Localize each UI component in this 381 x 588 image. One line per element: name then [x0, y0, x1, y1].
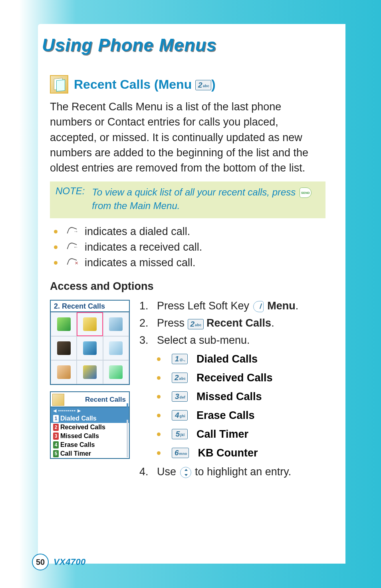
key-sub: abc [179, 374, 186, 383]
submenu-item: 4ghi Erase Calls [157, 409, 333, 422]
note-text: To view a quick list of all your recent … [92, 185, 320, 213]
key-digit: 1 [175, 354, 179, 364]
list-row-label: Erase Calls [60, 441, 95, 448]
menu-item-icon [83, 317, 97, 331]
list-row: 3Missed Calls [51, 432, 129, 441]
step-text: Select a sub-menu. [157, 334, 250, 347]
step-before: Use [157, 466, 179, 478]
submenu-label: Missed Calls [196, 391, 262, 403]
section-title-prefix: Recent Calls (Menu [74, 77, 195, 92]
bullet-icon [157, 451, 161, 455]
section-header: Recent Calls (Menu 2abc) [50, 75, 333, 94]
access-heading: Access and Options [50, 280, 333, 293]
key-6-icon: 6mno [172, 448, 189, 458]
content: Recent Calls (Menu 2abc) The Recent Call… [50, 75, 333, 483]
step-after: . [271, 317, 274, 329]
submenu-item: 5jkl Call Timer [157, 428, 333, 441]
step-1: 1. Press Left Soft Key Menu. [139, 300, 333, 312]
list-row-label: Dialed Calls [60, 415, 97, 422]
list-row-label: Missed Calls [60, 433, 99, 440]
note-label: NOTE: [56, 185, 85, 213]
indicator-list: indicates a dialed call. indicates a rec… [50, 225, 333, 269]
grid-cell [103, 312, 129, 336]
list-num-icon: 4 [53, 441, 59, 448]
submenu-list: 1@., Dialed Calls 2abc Received Calls 3d… [157, 353, 333, 459]
nav-dots-icon [53, 408, 81, 413]
key-5-icon: 5jkl [172, 429, 188, 439]
key-sub: jkl [180, 430, 185, 440]
indicator-text: indicates a received call. [85, 241, 202, 253]
key-2-icon: 2abc [172, 373, 188, 383]
key-sub: mno [179, 449, 187, 458]
grid-cell [51, 336, 77, 360]
list-row: 2Received Calls [51, 423, 129, 432]
key-sub: abc [203, 81, 209, 91]
grid-cells [51, 312, 129, 384]
step-text: Press 2abc Recent Calls. [157, 317, 274, 329]
screenshots-column: 2. Recent Calls Recent Calls [50, 300, 130, 459]
send-key-icon [300, 187, 312, 198]
key-1-icon: 1@., [172, 354, 188, 364]
bullet-icon [157, 414, 161, 417]
key-digit: 2 [198, 80, 202, 90]
key-4-icon: 4ghi [172, 410, 188, 421]
key-2abc-icon: 2abc [188, 319, 204, 329]
bullet-icon [157, 357, 161, 361]
indicator-text: indicates a missed call. [85, 257, 196, 269]
left-soft-key-icon [253, 301, 264, 312]
page-title: Using Phone Menus [42, 35, 216, 55]
key-digit: 2 [175, 373, 179, 383]
key-2abc-icon: 2abc [195, 80, 211, 90]
recent-calls-section-icon [50, 75, 68, 94]
key-digit: 3 [175, 392, 179, 401]
grid-cell [103, 360, 129, 384]
step-after: to highlight an entry. [192, 466, 292, 478]
grid-cell [77, 336, 103, 360]
key-digit: 5 [176, 429, 180, 439]
list-row-label: Call Timer [60, 450, 91, 457]
indicator-text: indicates a dialed call. [85, 225, 190, 238]
note-before: To view a quick list of all your recent … [92, 187, 298, 197]
missed-call-icon [67, 257, 77, 268]
dialed-call-icon [67, 226, 77, 237]
step-before: Press [157, 317, 188, 329]
list-row-label: Received Calls [60, 424, 105, 431]
list-num-icon: 1 [53, 415, 59, 422]
submenu-item: 6mno KB Counter [157, 447, 333, 459]
key-sub: def [180, 393, 185, 402]
model-label: VX4700 [54, 557, 86, 567]
grid-thumb-title: 2. Recent Calls [51, 301, 129, 312]
list-thumb-nav [51, 407, 129, 414]
note-after: from the Main Menu. [92, 200, 180, 211]
indicator-dialed: indicates a dialed call. [50, 225, 333, 238]
bullet-icon [54, 230, 58, 233]
grid-cell-highlighted [77, 312, 103, 336]
step-number: 2. [139, 317, 147, 329]
key-digit: 6 [175, 448, 179, 458]
step-bold: Recent Calls [206, 317, 271, 329]
list-row: 4Erase Calls [51, 441, 129, 449]
list-num-icon: 2 [53, 424, 59, 431]
submenu-label: Received Calls [196, 372, 273, 384]
menu-item-icon [109, 341, 123, 355]
key-3-icon: 3def [172, 391, 188, 402]
section-title-suffix: ) [211, 77, 216, 92]
list-row-selected: 1Dialed Calls [51, 414, 129, 423]
page-number: 50 [32, 554, 49, 570]
step-number: 4. [139, 466, 147, 478]
step-number: 1. [139, 300, 147, 312]
received-call-icon [67, 242, 77, 252]
bullet-icon [54, 261, 58, 265]
submenu-item: 3def Missed Calls [157, 391, 333, 403]
bullet-icon [157, 376, 161, 380]
bullet-icon [54, 245, 58, 249]
list-thumb-header: Recent Calls [51, 392, 129, 407]
menu-item-icon [57, 365, 71, 379]
list-row: 5Call Timer [51, 449, 129, 458]
submenu-label: Erase Calls [196, 409, 255, 422]
step-2: 2. Press 2abc Recent Calls. [139, 317, 333, 329]
submenu-item: 2abc Received Calls [157, 372, 333, 384]
submenu-label: KB Counter [198, 447, 258, 459]
menu-item-icon [109, 317, 123, 331]
step-number: 3. [139, 334, 147, 347]
